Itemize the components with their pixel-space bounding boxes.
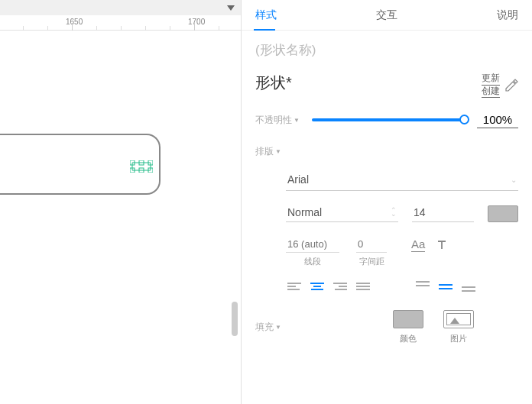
letter-spacing-label: 字间距: [359, 256, 384, 267]
chevron-down-icon: ⌄: [511, 176, 517, 184]
align-center-button[interactable]: [309, 280, 326, 293]
stepper-icon: ⌃⌄: [391, 208, 397, 217]
font-family-value: Arial: [287, 173, 309, 186]
canvas-toolbar: [0, 0, 241, 15]
typography-label[interactable]: 排版▼: [255, 145, 518, 158]
valign-middle-button[interactable]: [437, 280, 454, 293]
opacity-slider-thumb[interactable]: [459, 115, 469, 124]
align-left-button[interactable]: [286, 280, 303, 293]
font-size-input[interactable]: 14: [412, 203, 474, 222]
ruler-tick-label: 1650: [66, 18, 83, 26]
opacity-label[interactable]: 不透明性▼: [255, 114, 300, 127]
create-link[interactable]: 创建: [482, 86, 500, 99]
opacity-section: 不透明性▼: [255, 112, 518, 128]
tab-notes[interactable]: 说明: [486, 0, 532, 30]
align-justify-button[interactable]: [355, 280, 371, 293]
line-height-input[interactable]: [286, 236, 339, 253]
fill-image-label: 图片: [450, 333, 467, 344]
typography-section: 排版▼ Arial ⌄ Normal ⌃⌄ 14 线段: [255, 145, 518, 293]
pencil-icon[interactable]: [504, 79, 518, 92]
text-case-icon[interactable]: Aa: [411, 238, 425, 252]
fill-color-label: 颜色: [400, 333, 417, 344]
fill-label[interactable]: 填充▼: [255, 321, 281, 334]
update-link[interactable]: 更新: [482, 73, 500, 86]
valign-bottom-button[interactable]: [460, 280, 477, 293]
valign-top-button[interactable]: [414, 280, 431, 293]
font-color-swatch[interactable]: [488, 205, 518, 222]
panel-tabs: 样式 交互 说明: [242, 0, 532, 31]
fill-section: 填充▼ 颜色 图片: [255, 310, 518, 344]
line-height-label: 线段: [304, 256, 321, 267]
opacity-input[interactable]: [477, 112, 518, 128]
canvas-area[interactable]: 1650 1700: [0, 0, 242, 404]
tab-style[interactable]: 样式: [242, 0, 287, 30]
fill-image-swatch[interactable]: [443, 310, 474, 328]
text-style-icon[interactable]: [436, 239, 448, 251]
tab-interaction[interactable]: 交互: [287, 0, 486, 30]
shape-title: 形状*: [255, 73, 292, 93]
title-actions: 更新 创建: [482, 73, 518, 98]
font-row: Normal ⌃⌄ 14: [286, 203, 518, 222]
panel-body: (形状名称) 形状* 更新 创建 不透明性▼: [242, 31, 532, 404]
properties-panel: 样式 交互 说明 (形状名称) 形状* 更新 创建 不透明性▼: [242, 0, 532, 404]
selection-handles-icon[interactable]: [130, 160, 153, 173]
spacing-row: 线段 字间距 Aa: [286, 236, 518, 267]
text-transform-group: Aa: [411, 236, 448, 252]
opacity-slider[interactable]: [312, 118, 465, 121]
font-weight-select[interactable]: Normal ⌃⌄: [286, 203, 398, 222]
ruler-tick-label: 1700: [188, 18, 205, 26]
horizontal-ruler: 1650 1700: [0, 15, 241, 31]
shape-name-input[interactable]: (形状名称): [255, 41, 518, 59]
title-row: 形状* 更新 创建: [255, 73, 518, 98]
vertical-scrollbar[interactable]: [232, 302, 238, 336]
font-family-select[interactable]: Arial ⌄: [286, 169, 518, 191]
letter-spacing-input[interactable]: [356, 236, 387, 253]
alignment-row: [286, 280, 518, 293]
canvas-dropdown-icon[interactable]: [227, 5, 235, 11]
fill-color-swatch[interactable]: [393, 310, 423, 328]
align-right-button[interactable]: [332, 280, 349, 293]
